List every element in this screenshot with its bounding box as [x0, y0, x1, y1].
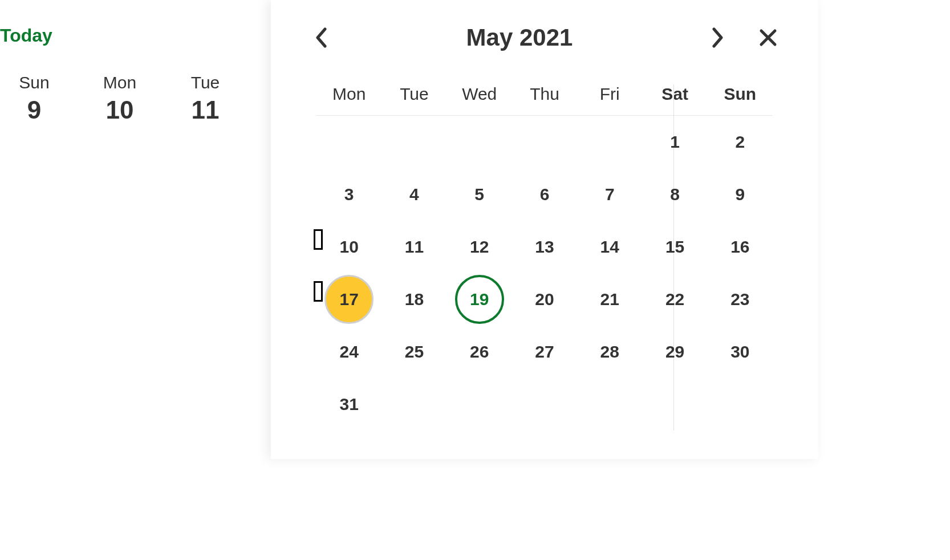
prev-month-button[interactable] [307, 24, 335, 51]
calendar-day[interactable]: 9 [708, 168, 773, 221]
week-day[interactable]: Mon 10 [86, 73, 154, 124]
day-number: 13 [535, 237, 554, 257]
calendar-day[interactable]: 17 [316, 273, 381, 326]
calendar-day[interactable]: 16 [708, 221, 773, 273]
day-number: 17 [339, 290, 358, 309]
day-number: 21 [600, 290, 619, 309]
day-number: 10 [339, 237, 358, 257]
calendar-header: May 2021 [295, 24, 794, 51]
day-number: 28 [600, 342, 619, 362]
calendar-day[interactable]: 31 [316, 378, 381, 431]
day-number: 11 [405, 237, 424, 257]
day-number: 19 [470, 290, 489, 309]
calendar-day[interactable]: 30 [708, 326, 773, 378]
day-number: 12 [470, 237, 489, 257]
calendar-day[interactable]: 12 [447, 221, 512, 273]
today-link[interactable]: Today [0, 25, 52, 46]
calendar-popup: May 2021 MonTueWedThuFriSatSun 123456789… [271, 0, 818, 459]
day-of-week-label: Sat [642, 84, 707, 104]
calendar-day[interactable]: 4 [381, 168, 446, 221]
calendar-day[interactable]: 13 [512, 221, 577, 273]
day-of-week-label: Fri [577, 84, 642, 104]
calendar-day[interactable]: 6 [512, 168, 577, 221]
calendar-day[interactable]: 10 [316, 221, 381, 273]
chevron-right-icon [712, 27, 724, 48]
calendar-day[interactable]: 20 [512, 273, 577, 326]
week-day[interactable]: Sun 9 [0, 73, 68, 124]
day-number: 30 [730, 342, 749, 362]
day-number: 5 [474, 185, 484, 204]
day-number: 3 [344, 185, 354, 204]
day-number: 22 [665, 290, 684, 309]
calendar-day-empty [381, 116, 446, 168]
calendar-month-title: May 2021 [335, 24, 704, 51]
day-number: 4 [409, 185, 419, 204]
day-number: 16 [730, 237, 749, 257]
calendar-day[interactable]: 2 [708, 116, 773, 168]
day-number: 6 [540, 185, 550, 204]
day-number: 31 [339, 395, 358, 414]
calendar-grid: MonTueWedThuFriSatSun 123456789101112131… [295, 84, 794, 431]
calendar-day[interactable]: 23 [708, 273, 773, 326]
day-number: 24 [339, 342, 358, 362]
calendar-day[interactable]: 19 [447, 273, 512, 326]
calendar-day[interactable]: 28 [577, 326, 642, 378]
bracket-decoration [314, 229, 323, 250]
week-day-num: 10 [86, 96, 154, 124]
next-month-button[interactable] [704, 24, 732, 51]
day-number: 15 [665, 237, 684, 257]
calendar-day[interactable]: 25 [381, 326, 446, 378]
day-of-week-label: Wed [447, 84, 512, 104]
calendar-day[interactable]: 29 [642, 326, 707, 378]
day-of-week-label: Sun [708, 84, 773, 104]
calendar-day[interactable]: 27 [512, 326, 577, 378]
day-number: 25 [405, 342, 424, 362]
calendar-day-empty [512, 116, 577, 168]
calendar-day[interactable]: 8 [642, 168, 707, 221]
day-of-week-row: MonTueWedThuFriSatSun [316, 84, 773, 116]
calendar-day-empty [316, 116, 381, 168]
calendar-day[interactable]: 14 [577, 221, 642, 273]
calendar-day[interactable]: 24 [316, 326, 381, 378]
calendar-day-empty [577, 116, 642, 168]
day-of-week-label: Thu [512, 84, 577, 104]
calendar-day[interactable]: 3 [316, 168, 381, 221]
week-day-name: Mon [86, 73, 154, 92]
day-number: 26 [470, 342, 489, 362]
day-number: 23 [730, 290, 749, 309]
week-day[interactable]: Tue 11 [171, 73, 239, 124]
week-day-name: Sun [0, 73, 68, 92]
day-number: 7 [605, 185, 615, 204]
day-number: 27 [535, 342, 554, 362]
calendar-days: 1234567891011121314151617181920212223242… [316, 116, 773, 431]
day-number: 2 [736, 132, 745, 152]
calendar-day[interactable]: 18 [381, 273, 446, 326]
chevron-left-icon [315, 27, 327, 48]
calendar-day[interactable]: 7 [577, 168, 642, 221]
calendar-day-empty [447, 116, 512, 168]
calendar-day[interactable]: 11 [381, 221, 446, 273]
day-number: 18 [405, 290, 424, 309]
bracket-decoration [314, 281, 323, 302]
day-of-week-label: Tue [381, 84, 446, 104]
week-day-num: 9 [0, 96, 68, 124]
calendar-day[interactable]: 15 [642, 221, 707, 273]
calendar-day[interactable]: 26 [447, 326, 512, 378]
day-number: 9 [736, 185, 745, 204]
day-number: 8 [670, 185, 680, 204]
week-day-name: Tue [171, 73, 239, 92]
calendar-day[interactable]: 22 [642, 273, 707, 326]
day-number: 1 [670, 132, 680, 152]
day-of-week-label: Mon [316, 84, 381, 104]
calendar-day[interactable]: 21 [577, 273, 642, 326]
day-number: 14 [600, 237, 619, 257]
day-number: 20 [535, 290, 554, 309]
close-button[interactable] [754, 24, 782, 51]
calendar-day[interactable]: 1 [642, 116, 707, 168]
calendar-day[interactable]: 5 [447, 168, 512, 221]
close-icon [759, 29, 777, 47]
week-day-num: 11 [171, 96, 239, 124]
day-number: 29 [665, 342, 684, 362]
